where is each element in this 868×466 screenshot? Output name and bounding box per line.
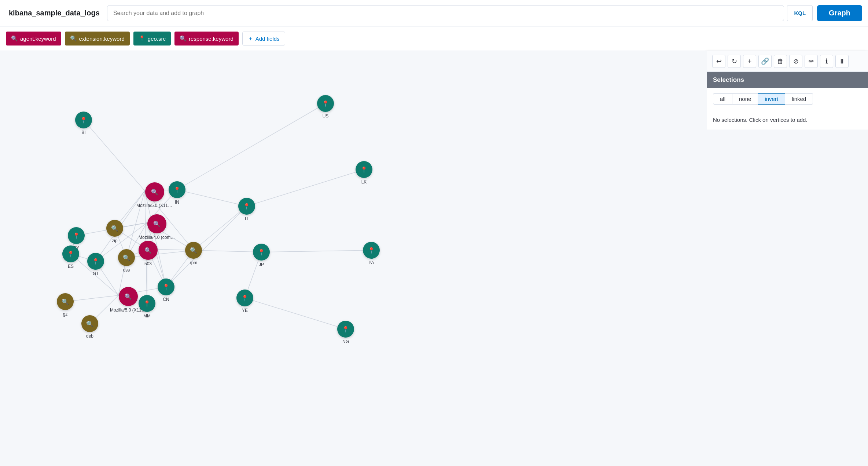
redo-button[interactable]: ↻: [728, 55, 741, 68]
location-icon: 📍: [139, 35, 146, 42]
node-circle: 📍: [158, 278, 174, 295]
graph-node-YE[interactable]: 📍YE: [236, 290, 253, 313]
node-label: IT: [245, 216, 249, 221]
graph-node-zip[interactable]: 🔍zip: [106, 220, 123, 243]
node-label: deb: [86, 334, 93, 339]
node-circle: 📍: [75, 112, 92, 128]
graph-node-US[interactable]: 📍US: [317, 95, 334, 119]
header: kibana_sample_data_logs KQL Graph: [0, 0, 868, 26]
node-circle: 🔍: [106, 220, 123, 237]
add-button[interactable]: +: [743, 55, 756, 68]
svg-line-29: [126, 250, 194, 258]
kql-button[interactable]: KQL: [787, 5, 813, 21]
graph-node-BI[interactable]: 📍BI: [75, 112, 92, 135]
node-circle: 🔍: [81, 315, 98, 332]
sel-invert-button[interactable]: invert: [758, 93, 785, 105]
graph-button[interactable]: Graph: [817, 5, 862, 21]
graph-node-Mozilla3[interactable]: 🔍Mozilla/5.0 (X11; Linux x...: [110, 287, 147, 313]
delete-button[interactable]: 🗑: [774, 55, 787, 68]
node-label: Mozilla/5.0 (X11; Linux i6...: [136, 203, 173, 208]
toolbar: ↩ ↻ + 🔗 🗑 ⊘ ✏ ℹ ⏸: [707, 51, 868, 72]
svg-line-39: [245, 298, 346, 329]
graph-canvas[interactable]: 📍BI📍US📍LK📍IT📍IN📍SY📍ES📍GT📍JP📍CN📍MM📍YE📍PA📍…: [0, 51, 707, 466]
node-circle: 📍: [337, 321, 354, 338]
field-tag-label: agent.keyword: [20, 36, 56, 42]
node-label: JP: [259, 262, 264, 267]
field-tag-geo[interactable]: 📍 geo.src: [133, 32, 171, 45]
plus-icon: ＋: [248, 35, 253, 42]
selections-info: No selections. Click on vertices to add.: [707, 110, 868, 130]
node-label: dss: [123, 267, 130, 273]
block-button[interactable]: ⊘: [789, 55, 802, 68]
right-panel: ↩ ↻ + 🔗 🗑 ⊘ ✏ ℹ ⏸ Selections all none in…: [707, 51, 868, 466]
node-circle: 🔍: [139, 241, 158, 260]
sel-none-button[interactable]: none: [732, 93, 758, 105]
graph-node-PA[interactable]: 📍PA: [363, 242, 380, 265]
svg-line-4: [84, 120, 145, 191]
graph-node-gz[interactable]: 🔍gz: [57, 293, 74, 317]
svg-line-40: [261, 250, 371, 252]
node-circle: 📍: [87, 253, 104, 270]
node-circle: 🔍: [118, 249, 135, 266]
svg-line-33: [166, 206, 247, 287]
node-label: Mozilla/5.0 (X11; Linux x...: [110, 307, 147, 313]
search-icon: 🔍: [70, 35, 77, 42]
search-input[interactable]: [107, 5, 784, 21]
add-fields-button[interactable]: ＋ Add fields: [242, 32, 285, 45]
node-label: IN: [175, 200, 179, 205]
svg-line-41: [247, 170, 364, 206]
graph-node-Mozilla1[interactable]: 🔍Mozilla/5.0 (X11; Linux i6...: [136, 182, 173, 208]
pause-button[interactable]: ⏸: [835, 55, 849, 68]
node-circle: 📍: [253, 244, 270, 261]
node-label: MM: [143, 313, 151, 318]
graph-node-NG[interactable]: 📍NG: [337, 321, 354, 344]
node-label: PA: [368, 260, 374, 265]
sel-linked-button[interactable]: linked: [785, 93, 813, 105]
graph-node-GT[interactable]: 📍GT: [87, 253, 104, 276]
graph-node-ES[interactable]: 📍ES: [62, 245, 79, 269]
info-button[interactable]: ℹ: [820, 55, 833, 68]
graph-node-CN[interactable]: 📍CN: [158, 278, 174, 302]
graph-node-deb[interactable]: 🔍deb: [81, 315, 98, 339]
field-tag-response[interactable]: 🔍 response.keyword: [174, 32, 239, 45]
graph-node-IT[interactable]: 📍IT: [238, 198, 255, 221]
field-tag-label: response.keyword: [189, 36, 233, 42]
search-icon: 🔍: [180, 35, 187, 42]
graph-node-Mozilla2[interactable]: 🔍Mozilla/4.0 (compatible; ...: [139, 214, 175, 240]
node-label: BI: [81, 130, 85, 135]
graph-node-rpm[interactable]: 🔍rpm: [185, 242, 202, 265]
node-circle: 📍: [356, 161, 372, 178]
selections-buttons: all none invert linked: [707, 88, 868, 110]
sel-all-button[interactable]: all: [713, 93, 732, 105]
node-circle: 📍: [238, 198, 255, 215]
node-label: Mozilla/4.0 (compatible; ...: [139, 235, 175, 240]
node-label: US: [323, 113, 329, 119]
field-tag-label: geo.src: [148, 36, 166, 42]
graph-node-JP[interactable]: 📍JP: [253, 244, 270, 267]
field-tag-extension[interactable]: 🔍 extension.keyword: [65, 32, 130, 45]
graph-node-LK[interactable]: 📍LK: [356, 161, 372, 185]
node-label: YE: [242, 308, 248, 313]
node-circle: 📍: [236, 290, 253, 306]
node-circle: 📍: [62, 245, 79, 262]
link-button[interactable]: 🔗: [758, 55, 772, 68]
node-circle: 🔍: [145, 182, 164, 201]
svg-line-34: [177, 190, 247, 206]
node-label: ES: [68, 264, 74, 269]
edit-button[interactable]: ✏: [805, 55, 818, 68]
node-circle: 📍: [363, 242, 380, 259]
node-label: NG: [342, 339, 349, 344]
field-tag-label: extension.keyword: [79, 36, 125, 42]
svg-line-35: [177, 103, 326, 190]
field-tags-row: 🔍 agent.keyword 🔍 extension.keyword 📍 ge…: [0, 26, 868, 51]
graph-node-dss[interactable]: 🔍dss: [118, 249, 135, 273]
app-title: kibana_sample_data_logs: [6, 9, 107, 17]
undo-button[interactable]: ↩: [712, 55, 725, 68]
node-circle: 🔍: [119, 287, 138, 306]
node-label: rpm: [190, 260, 198, 265]
main-area: 📍BI📍US📍LK📍IT📍IN📍SY📍ES📍GT📍JP📍CN📍MM📍YE📍PA📍…: [0, 51, 868, 466]
graph-node-503[interactable]: 🔍503: [139, 241, 158, 266]
field-tag-agent[interactable]: 🔍 agent.keyword: [6, 32, 61, 45]
add-fields-label: Add fields: [255, 36, 280, 42]
selections-area: [707, 130, 868, 466]
